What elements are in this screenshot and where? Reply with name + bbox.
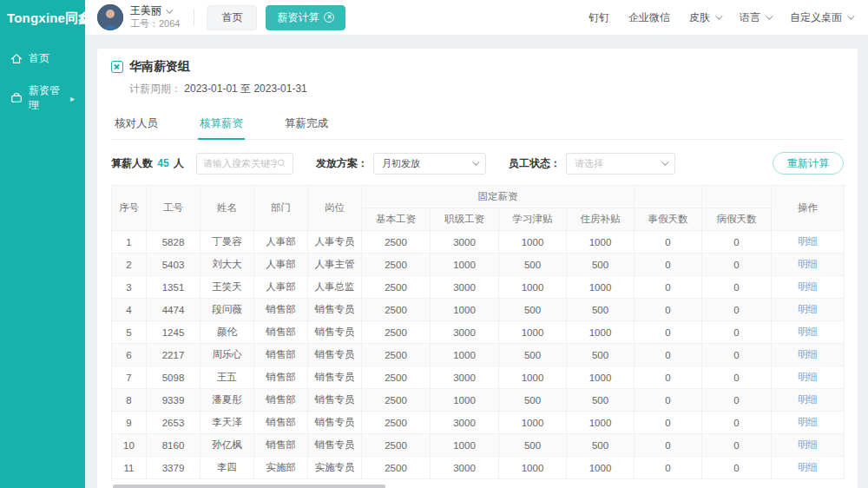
main-content: 华南薪资组 计薪周期： 2023-01-01 至 2023-01-31 核对人员… (97, 49, 858, 488)
topbar-link-wecom[interactable]: 企业微信 (628, 10, 670, 25)
table-cell: 0 (702, 344, 772, 366)
table-cell: 0 (702, 366, 772, 389)
detail-link[interactable]: 明细 (798, 281, 818, 292)
detail-link[interactable]: 明细 (798, 372, 818, 382)
table-cell: 人事部 (254, 231, 308, 254)
detail-link[interactable]: 明细 (798, 259, 818, 269)
table-cell: 1000 (499, 457, 567, 479)
table-cell: 1000 (499, 231, 567, 254)
table-cell: 3 (112, 276, 147, 299)
table-cell: 2 (112, 254, 147, 276)
detail-link[interactable]: 明细 (798, 349, 818, 359)
sidebar-item-payroll[interactable]: 薪资管理 ▸ (0, 75, 85, 122)
salary-table-wrap: 序号 工号 姓名 部门 岗位 固定薪资 操作 基本工资 职级工资 学习津贴 住房… (111, 185, 844, 488)
detail-link[interactable]: 明细 (798, 394, 818, 405)
table-cell: 500 (567, 254, 635, 276)
table-cell: 0 (635, 276, 702, 299)
table-cell: 11 (112, 457, 147, 479)
nav-tab-payroll-calc[interactable]: 薪资计算 ✕ (266, 5, 345, 30)
table-cell-action: 明细 (772, 344, 845, 366)
table-cell: 销售专员 (308, 412, 362, 434)
home-icon (10, 53, 23, 65)
table-cell-action: 明细 (772, 366, 845, 389)
tab-calc-done[interactable]: 算薪完成 (283, 109, 330, 139)
table-cell: 4474 (147, 299, 201, 321)
table-cell: 5828 (147, 231, 201, 254)
table-cell: 0 (635, 366, 702, 389)
wallet-icon (10, 92, 23, 104)
period-value: 2023-01-01 至 2023-01-31 (184, 82, 306, 95)
table-cell: 10 (112, 434, 147, 457)
table-cell: 人事专员 (308, 231, 362, 254)
status-label: 员工状态： (509, 156, 561, 171)
user-block[interactable]: 王美丽 工号：2064 (130, 4, 180, 30)
table-cell: 销售部 (254, 434, 308, 457)
table-cell-action: 明细 (772, 457, 845, 479)
headcount-value: 45 (157, 157, 168, 169)
avatar[interactable] (97, 4, 123, 30)
sidebar-item-home[interactable]: 首页 (0, 43, 85, 75)
topbar-dropdown-custom-desktop[interactable]: 自定义桌面 (790, 10, 852, 25)
table-cell: 2500 (362, 231, 431, 254)
table-cell: 0 (635, 254, 702, 276)
table-cell: 销售专员 (308, 389, 362, 412)
detail-link[interactable]: 明细 (798, 462, 818, 472)
detail-link[interactable]: 明细 (798, 326, 818, 337)
table-cell: 销售专员 (308, 434, 362, 457)
plan-label: 发放方案： (316, 156, 368, 171)
table-cell: 1000 (431, 254, 499, 276)
search-box[interactable] (196, 153, 293, 175)
table-cell: 500 (499, 434, 567, 457)
col-header-position: 岗位 (308, 186, 362, 231)
tab-calc-salary[interactable]: 核算薪资 (198, 109, 245, 139)
table-cell: 0 (702, 389, 772, 412)
status-select[interactable]: 请选择 (566, 153, 675, 175)
table-cell: 销售专员 (308, 321, 362, 344)
table-cell: 颜伦 (201, 321, 254, 344)
table-cell: 1000 (499, 321, 567, 344)
nav-tab-label: 薪资计算 (277, 10, 319, 25)
search-input[interactable] (203, 158, 277, 168)
table-cell: 1351 (147, 276, 201, 299)
chevron-right-icon: ▸ (70, 94, 75, 103)
nav-tab-home[interactable]: 首页 (207, 5, 257, 30)
sidebar: Tongxine同鑫 首页 薪资管理 ▸ (0, 0, 85, 488)
col-header-index: 序号 (112, 186, 147, 231)
table-row: 25403刘大大人事部人事主管2500100050050000明细 (112, 254, 845, 276)
table-cell: 3000 (431, 412, 499, 434)
horizontal-scrollbar[interactable] (113, 485, 385, 488)
topbar-dropdown-language[interactable]: 语言 (740, 10, 771, 25)
table-cell: 实施部 (254, 457, 308, 479)
dropdown-label: 语言 (740, 10, 760, 25)
table-cell: 0 (635, 389, 702, 412)
topbar-link-dingtalk[interactable]: 钉钉 (589, 10, 609, 25)
table-cell: 500 (567, 299, 635, 321)
close-icon[interactable]: ✕ (324, 12, 334, 23)
table-cell: 人事部 (254, 254, 308, 276)
col-header-spacer (702, 186, 772, 208)
detail-link[interactable]: 明细 (798, 439, 818, 450)
table-cell: 2500 (362, 412, 431, 434)
user-name: 王美丽 (130, 4, 161, 17)
table-cell: 0 (702, 299, 772, 321)
search-icon (277, 158, 286, 168)
tab-check-staff[interactable]: 核对人员 (113, 109, 160, 139)
table-cell: 2653 (147, 412, 201, 434)
table-cell-action: 明细 (772, 276, 845, 299)
topbar-dropdown-skin[interactable]: 皮肤 (689, 10, 720, 25)
chevron-down-icon (166, 6, 173, 13)
table-cell: 500 (499, 254, 567, 276)
plan-select[interactable]: 月初发放 (373, 153, 486, 175)
table-cell: 1 (112, 231, 147, 254)
detail-link[interactable]: 明细 (798, 304, 818, 314)
recalculate-button[interactable]: 重新计算 (773, 152, 844, 175)
table-cell: 6 (112, 344, 147, 366)
table-cell: 500 (567, 434, 635, 457)
table-cell: 王五 (201, 366, 254, 389)
detail-link[interactable]: 明细 (798, 417, 818, 427)
table-cell: 2500 (362, 366, 431, 389)
table-cell: 500 (567, 344, 635, 366)
table-cell: 0 (635, 321, 702, 344)
detail-link[interactable]: 明细 (798, 236, 818, 247)
col-header-spacer (635, 186, 702, 208)
